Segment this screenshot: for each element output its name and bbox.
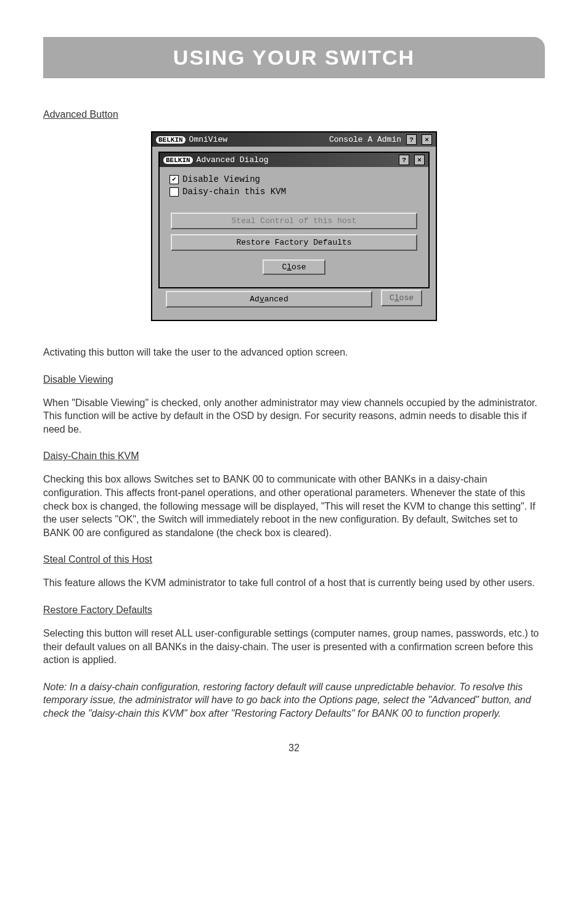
heading-disable-viewing: Disable Viewing xyxy=(43,374,545,385)
heading-restore-defaults: Restore Factory Defaults xyxy=(43,605,545,616)
close-button[interactable]: × xyxy=(414,155,425,165)
advanced-button[interactable]: Advanced xyxy=(166,291,372,308)
outer-titlebar: BELKIN OmniView Console A Admin ? × xyxy=(152,132,436,147)
paragraph-restore-defaults: Selecting this button will reset ALL use… xyxy=(43,627,545,667)
app-name: OmniView xyxy=(189,135,227,144)
restore-defaults-button[interactable]: Restore Factory Defaults xyxy=(171,234,417,251)
close-button[interactable]: × xyxy=(422,134,432,145)
bottom-close-button[interactable]: Close xyxy=(381,290,422,306)
dialog-close-button[interactable]: Close xyxy=(263,259,325,275)
page-number: 32 xyxy=(43,743,545,754)
screenshot-container: BELKIN OmniView Console A Admin ? × BELK… xyxy=(43,131,545,321)
checkbox-row-daisy-chain[interactable]: Daisy-chain this KVM xyxy=(169,187,419,197)
steal-control-button: Steal Control of this host xyxy=(171,213,417,229)
checkbox-icon[interactable]: ✔ xyxy=(169,175,179,184)
checkbox-row-disable-viewing[interactable]: ✔ Disable Viewing xyxy=(169,174,419,184)
console-context: Console A Admin xyxy=(329,135,401,144)
paragraph-daisy-chain: Checking this box allows Switches set to… xyxy=(43,473,545,539)
heading-daisy-chain: Daisy-Chain this KVM xyxy=(43,450,545,462)
heading-advanced-button: Advanced Button xyxy=(43,109,545,120)
heading-steal-control: Steal Control of this Host xyxy=(43,554,545,565)
belkin-logo: BELKIN xyxy=(156,136,186,144)
paragraph-disable-viewing: When "Disable Viewing" is checked, only … xyxy=(43,396,545,436)
checkbox-label: Disable Viewing xyxy=(182,174,260,184)
checkbox-icon[interactable] xyxy=(169,187,179,197)
paragraph-note: Note: In a daisy-chain configuration, re… xyxy=(43,680,545,720)
page-title-banner: USING YOUR SWITCH xyxy=(43,37,545,78)
dialog-title: Advanced Dialog xyxy=(197,155,269,165)
paragraph-steal-control: This feature allows the KVM administrato… xyxy=(43,576,545,590)
omniview-window: BELKIN OmniView Console A Admin ? × BELK… xyxy=(151,131,437,321)
help-button[interactable]: ? xyxy=(399,155,409,165)
advanced-dialog: BELKIN Advanced Dialog ? × ✔ Disable Vie… xyxy=(158,152,430,288)
checkbox-label: Daisy-chain this KVM xyxy=(182,187,286,197)
inner-titlebar: BELKIN Advanced Dialog ? × xyxy=(160,153,428,167)
help-button[interactable]: ? xyxy=(406,134,417,145)
belkin-logo: BELKIN xyxy=(163,157,193,164)
paragraph-activating: Activating this button will take the use… xyxy=(43,346,545,359)
